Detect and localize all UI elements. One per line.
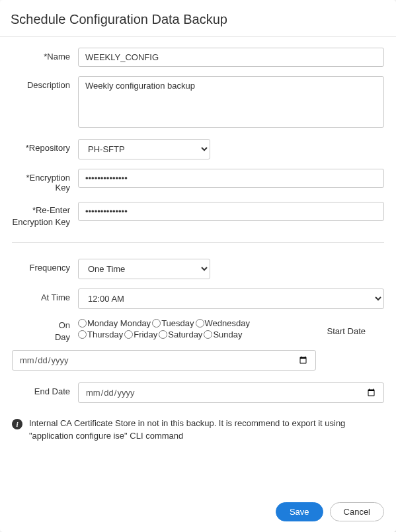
name-label: *Name	[12, 48, 78, 62]
encryption-key-label: *Encryption Key	[12, 169, 78, 193]
row-start-date	[12, 350, 384, 371]
repository-label: *Repository	[12, 139, 78, 153]
modal-footer: Save Cancel	[0, 496, 396, 532]
reenter-key-input[interactable]	[78, 202, 384, 221]
encryption-key-input[interactable]	[78, 169, 384, 188]
modal-body: *Name Description Weekly configuration b…	[0, 37, 396, 496]
row-repository: *Repository PH-SFTP	[12, 139, 384, 159]
day-options: Monday Monday Tuesday Wednesday Thursday…	[78, 318, 270, 339]
description-textarea[interactable]: Weekly configuration backup	[78, 76, 384, 128]
day-thursday[interactable]: Thursday	[78, 330, 123, 339]
row-on-day: On Day Monday Monday Tuesday Wednesday T…	[12, 318, 384, 343]
backup-schedule-modal: Schedule Configuration Data Backup *Name…	[0, 0, 396, 532]
row-name: *Name	[12, 48, 384, 67]
info-row: i Internal CA Certificate Store in not i…	[12, 412, 384, 441]
frequency-select[interactable]: One Time	[78, 259, 210, 279]
repository-select[interactable]: PH-SFTP	[78, 139, 210, 159]
day-sunday[interactable]: Sunday	[204, 330, 242, 339]
end-date-input[interactable]	[78, 382, 384, 403]
frequency-label: Frequency	[12, 259, 78, 273]
start-date-label: Start Date	[327, 326, 384, 336]
row-reenter-key: *Re-Enter Encryption Key	[12, 202, 384, 228]
row-frequency: Frequency One Time	[12, 259, 384, 279]
row-description: Description Weekly configuration backup	[12, 76, 384, 130]
description-label: Description	[12, 76, 78, 90]
day-friday[interactable]: Friday	[124, 330, 157, 339]
day-monday[interactable]: Monday Monday	[78, 318, 151, 328]
info-text: Internal CA Certificate Store in not in …	[29, 418, 346, 441]
day-saturday[interactable]: Saturday	[159, 330, 202, 339]
save-button[interactable]: Save	[276, 502, 323, 521]
end-date-label: End Date	[12, 382, 78, 396]
at-time-select[interactable]: 12:00 AM	[78, 288, 384, 309]
row-end-date: End Date	[12, 382, 384, 403]
name-input[interactable]	[78, 48, 384, 67]
day-tuesday[interactable]: Tuesday	[152, 318, 194, 328]
reenter-key-label: *Re-Enter Encryption Key	[12, 202, 78, 228]
modal-title: Schedule Configuration Data Backup	[11, 12, 385, 27]
row-at-time: At Time 12:00 AM	[12, 288, 384, 309]
section-divider	[12, 242, 384, 243]
day-wednesday[interactable]: Wednesday	[196, 318, 250, 328]
modal-header: Schedule Configuration Data Backup	[0, 0, 396, 37]
row-encryption-key: *Encryption Key	[12, 169, 384, 193]
at-time-label: At Time	[12, 288, 78, 302]
info-icon: i	[12, 419, 22, 429]
cancel-button[interactable]: Cancel	[330, 502, 384, 521]
on-day-label: On Day	[12, 318, 78, 343]
start-date-input[interactable]	[12, 350, 316, 371]
